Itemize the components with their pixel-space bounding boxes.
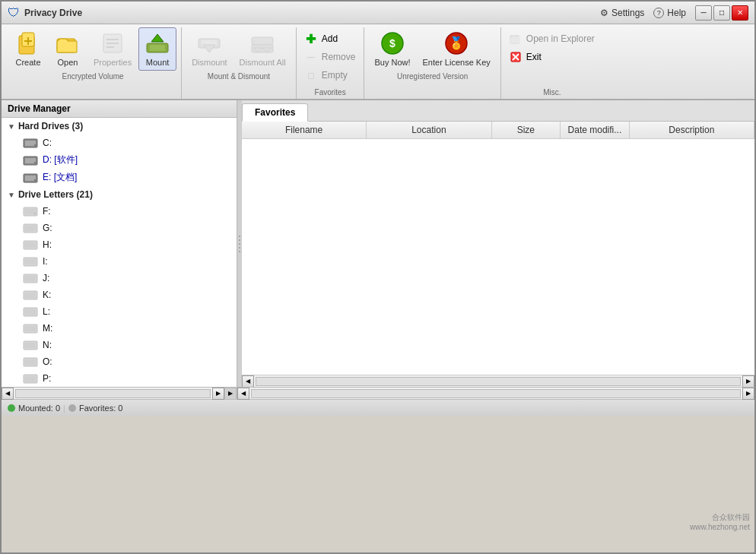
mounted-label: Mounted: 0 xyxy=(18,404,60,413)
drive-c[interactable]: C: xyxy=(2,135,237,151)
svg-rect-31 xyxy=(25,158,36,163)
drive-h-label: H: xyxy=(43,239,52,250)
buy-now-icon: $ xyxy=(380,31,405,55)
col-filename[interactable]: Filename xyxy=(242,122,367,138)
tab-favorites[interactable]: Favorites xyxy=(242,103,308,122)
svg-point-29 xyxy=(34,144,36,146)
dismount-all-button[interactable]: Dismount All xyxy=(234,27,291,71)
open-explorer-button[interactable]: Open in Explorer xyxy=(506,30,599,47)
mount-button[interactable]: Mount xyxy=(138,27,176,71)
unregistered-label: Unregistered Version xyxy=(369,71,495,83)
properties-button[interactable]: Properties xyxy=(88,27,137,71)
empty-button[interactable]: ◻ Empty xyxy=(301,67,360,84)
drive-k-label: K: xyxy=(43,290,51,300)
drive-letters-section[interactable]: ▼ Drive Letters (21) xyxy=(2,186,237,203)
drive-p[interactable]: P: xyxy=(2,370,237,387)
drive-c-label: C: xyxy=(43,138,52,148)
favorites-label: Favorites xyxy=(301,87,360,99)
drive-n[interactable]: N: xyxy=(2,337,237,353)
drive-j-label: J: xyxy=(43,273,49,283)
bottom-scrollbar[interactable]: ◀ ▶ xyxy=(242,375,754,387)
col-size[interactable]: Size xyxy=(492,122,561,138)
right-scroll-left-btn[interactable]: ◀ xyxy=(237,388,249,400)
hard-drives-section[interactable]: ▼ Hard Drives (3) xyxy=(2,118,237,135)
svg-rect-44 xyxy=(25,259,36,264)
hard-drives-arrow: ▼ xyxy=(8,122,15,131)
minimize-button[interactable]: ─ xyxy=(695,5,712,21)
buy-now-button[interactable]: $ Buy Now! xyxy=(369,27,415,71)
add-button[interactable]: ✚ Add xyxy=(301,30,360,47)
dismount-button[interactable]: Dismount xyxy=(186,27,232,71)
drive-k[interactable]: K: xyxy=(2,286,237,303)
drive-i-icon xyxy=(23,255,38,268)
exit-label: Exit xyxy=(526,52,542,62)
drive-m[interactable]: M: xyxy=(2,320,237,337)
col-description[interactable]: Description xyxy=(630,122,754,138)
open-explorer-icon xyxy=(510,33,522,45)
svg-rect-54 xyxy=(25,343,36,348)
mount-icon xyxy=(145,31,170,55)
drive-f[interactable]: F: xyxy=(2,203,237,220)
close-button[interactable]: ✕ xyxy=(732,5,748,21)
drive-l[interactable]: L: xyxy=(2,303,237,320)
svg-rect-52 xyxy=(25,326,36,331)
create-icon xyxy=(16,31,40,55)
svg-rect-34 xyxy=(25,176,36,181)
drive-g-icon xyxy=(23,222,38,234)
drive-p-icon xyxy=(23,372,38,385)
remove-button[interactable]: ─ Remove xyxy=(301,49,360,65)
drive-l-icon xyxy=(23,305,38,318)
scroll-left-btn[interactable]: ◀ xyxy=(242,375,254,388)
drive-h[interactable]: H: xyxy=(2,236,237,253)
enter-license-icon: 🏅 xyxy=(444,31,469,55)
toolbar-group-encrypted-volume: Create Open xyxy=(5,27,182,99)
right-scroll-right-btn[interactable]: ▶ xyxy=(742,388,754,400)
encrypted-volume-label: Encrypted Volume xyxy=(9,71,176,83)
exit-button[interactable]: Exit xyxy=(506,49,599,65)
exit-icon xyxy=(510,51,522,63)
drive-o[interactable]: O: xyxy=(2,353,237,370)
create-label: Create xyxy=(15,58,40,67)
scroll-right-btn[interactable]: ▶ xyxy=(742,375,754,388)
create-button[interactable]: Create xyxy=(9,27,47,71)
left-scroll-left-btn[interactable]: ◀ xyxy=(2,388,14,400)
svg-point-35 xyxy=(34,179,36,181)
drive-e[interactable]: E: [文档] xyxy=(2,169,237,186)
drive-g[interactable]: G: xyxy=(2,220,237,236)
toolbar-group-unregistered: $ Buy Now! 🏅 Enter License Key xyxy=(364,27,500,99)
status-bar: Mounted: 0 | Favorites: 0 xyxy=(2,399,754,416)
drive-c-icon xyxy=(23,137,38,149)
mount-dismount-label: Mount & Dismount xyxy=(186,71,291,83)
drive-tree[interactable]: ▼ Hard Drives (3) C: xyxy=(2,118,237,387)
app-title: Privacy Drive xyxy=(24,8,82,18)
open-explorer-label: Open in Explorer xyxy=(526,33,595,44)
dismount-icon xyxy=(197,31,221,55)
open-icon xyxy=(56,31,80,55)
drive-i-label: I: xyxy=(43,256,48,267)
drive-j[interactable]: J: xyxy=(2,270,237,286)
add-icon: ✚ xyxy=(305,33,317,45)
buy-now-label: Buy Now! xyxy=(374,58,410,67)
svg-text:🏅: 🏅 xyxy=(449,36,464,50)
drive-i[interactable]: I: xyxy=(2,253,237,270)
drive-f-icon xyxy=(23,205,38,217)
drive-l-label: L: xyxy=(43,306,50,317)
drive-d[interactable]: D: [软件] xyxy=(2,151,237,169)
maximize-button[interactable]: □ xyxy=(713,5,730,21)
enter-license-button[interactable]: 🏅 Enter License Key xyxy=(418,27,496,71)
left-panel: Drive Manager ▼ Hard Drives (3) xyxy=(2,100,237,387)
toolbar-group-mount-dismount: Dismount Dismount All xyxy=(182,27,297,99)
col-location[interactable]: Location xyxy=(367,122,491,138)
left-scroll-right-btn[interactable]: ▶ xyxy=(212,388,224,400)
col-date-modified[interactable]: Date modifi... xyxy=(561,122,630,138)
scroll-track[interactable] xyxy=(256,377,741,386)
hard-drives-label: Hard Drives (3) xyxy=(18,121,83,131)
main-content: Drive Manager ▼ Hard Drives (3) xyxy=(2,100,754,387)
help-nav[interactable]: ? Help xyxy=(653,8,686,18)
drive-n-label: N: xyxy=(43,340,52,350)
open-button[interactable]: Open xyxy=(49,27,87,71)
properties-icon xyxy=(100,31,125,55)
right-panel: Favorites Filename Location Size Date mo… xyxy=(242,100,754,387)
favorites-status: Favorites: 0 xyxy=(68,404,122,413)
settings-nav[interactable]: ⚙ Settings xyxy=(600,8,644,18)
